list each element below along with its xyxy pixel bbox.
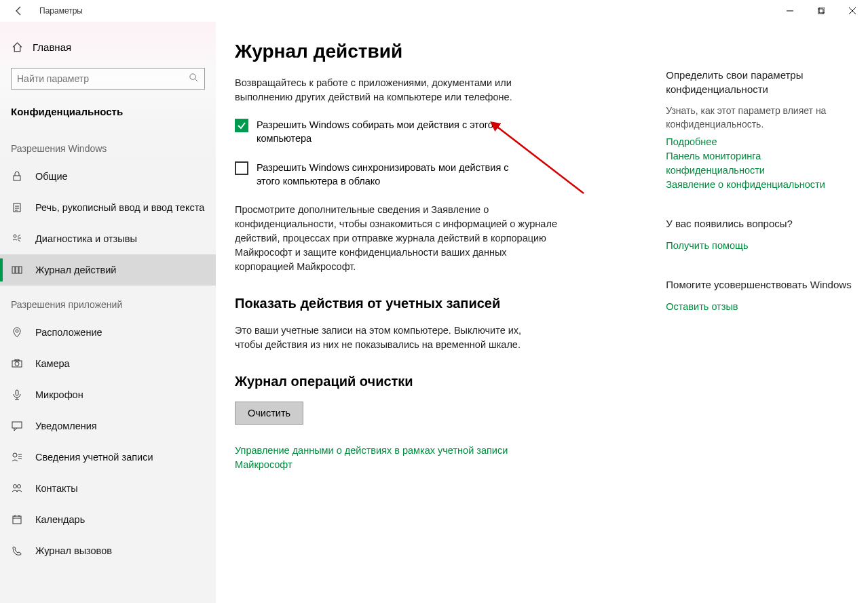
svg-rect-12 (15, 359, 19, 361)
sidebar-item-label: Сведения учетной записи (35, 452, 153, 463)
search-box[interactable] (11, 68, 205, 90)
accounts-body: Это ваши учетные записи на этом компьюте… (235, 324, 547, 352)
link-get-help[interactable]: Получить помощь (666, 239, 854, 253)
svg-rect-13 (16, 390, 18, 395)
sidebar-item-activity-history[interactable]: Журнал действий (0, 254, 216, 286)
sidebar-item-label: Уведомления (35, 421, 97, 431)
location-icon (11, 326, 23, 338)
back-button[interactable] (5, 0, 33, 22)
link-privacy-statement[interactable]: Заявление о конфиденциальности (666, 178, 854, 192)
sidebar-item-location[interactable]: Расположение (0, 317, 216, 348)
svg-rect-8 (19, 267, 22, 273)
svg-point-2 (190, 74, 195, 79)
svg-rect-18 (13, 516, 21, 524)
svg-rect-6 (12, 267, 15, 273)
right-heading: Помогите усовершенствовать Windows (666, 277, 854, 292)
window-controls (774, 0, 868, 22)
page-title: Журнал действий (235, 41, 625, 62)
svg-rect-1 (819, 7, 825, 13)
sidebar-item-account-info[interactable]: Сведения учетной записи (0, 442, 216, 473)
clear-heading: Журнал операций очистки (235, 374, 625, 389)
sidebar-item-microphone[interactable]: Микрофон (0, 379, 216, 410)
link-dashboard[interactable]: Панель мониторинга конфиденциальности (666, 149, 854, 178)
main-content: Журнал действий Возвращайтесь к работе с… (216, 22, 868, 603)
sidebar-item-camera[interactable]: Камера (0, 348, 216, 379)
feedback-icon (11, 233, 23, 245)
svg-rect-7 (16, 267, 18, 273)
right-heading: У вас появились вопросы? (666, 216, 854, 231)
sidebar-item-label: Журнал вызовов (35, 545, 112, 556)
checkbox-label: Разрешить Windows собирать мои действия … (257, 118, 533, 146)
svg-point-9 (16, 330, 18, 332)
svg-rect-0 (818, 9, 823, 14)
sidebar-item-label: Общие (35, 171, 68, 182)
svg-point-11 (15, 362, 19, 366)
titlebar: Параметры (0, 0, 868, 22)
clipboard-icon (11, 201, 23, 214)
right-sub: Узнать, как этот параметр влияет на конф… (666, 104, 854, 131)
minimize-button[interactable] (774, 0, 806, 22)
intro-text: Возвращайтесь к работе с приложениями, д… (235, 76, 547, 104)
home-label: Главная (33, 41, 71, 53)
checkbox-icon[interactable] (235, 161, 248, 175)
account-icon (11, 451, 23, 463)
maximize-button[interactable] (806, 0, 837, 22)
sidebar-item-label: Диагностика и отзывы (35, 233, 137, 244)
svg-rect-3 (14, 176, 20, 180)
sidebar-item-label: Журнал действий (35, 265, 116, 275)
chat-icon (11, 420, 23, 432)
lock-icon (11, 170, 23, 182)
link-feedback[interactable]: Оставить отзыв (666, 300, 854, 314)
right-column: Определить свои параметры конфиденциальн… (666, 41, 854, 603)
checkbox-icon[interactable] (235, 119, 248, 132)
manage-link[interactable]: Управление данными о действиях в рамках … (235, 444, 547, 472)
svg-rect-14 (12, 422, 22, 428)
microphone-icon (11, 389, 23, 401)
close-button[interactable] (837, 0, 868, 22)
search-input[interactable] (17, 73, 189, 84)
history-icon (11, 264, 23, 276)
group-app-permissions: Разрешения приложений (0, 286, 216, 317)
sidebar: Главная Конфиденциальность Разрешения Wi… (0, 22, 216, 603)
svg-point-16 (14, 485, 17, 488)
sidebar-item-speech[interactable]: Речь, рукописный ввод и ввод текста (0, 192, 216, 223)
home-nav[interactable]: Главная (0, 35, 216, 58)
sidebar-item-label: Расположение (35, 327, 102, 338)
sidebar-item-label: Микрофон (35, 389, 83, 400)
checkbox-collect[interactable]: Разрешить Windows собирать мои действия … (235, 118, 533, 146)
sidebar-item-label: Календарь (35, 514, 85, 525)
window-title: Параметры (39, 6, 83, 16)
sidebar-item-label: Контакты (35, 483, 78, 494)
sidebar-item-call-history[interactable]: Журнал вызовов (0, 535, 216, 566)
sidebar-item-notifications[interactable]: Уведомления (0, 410, 216, 442)
svg-point-15 (13, 453, 17, 457)
clear-button[interactable]: Очистить (235, 402, 303, 425)
svg-point-17 (18, 485, 21, 488)
sidebar-item-label: Камера (35, 358, 70, 369)
link-more[interactable]: Подробнее (666, 135, 854, 149)
sidebar-item-label: Речь, рукописный ввод и ввод текста (35, 202, 204, 213)
phone-icon (11, 545, 23, 557)
calendar-icon (11, 513, 23, 526)
svg-point-5 (14, 235, 16, 237)
right-heading: Определить свои параметры конфиденциальн… (666, 68, 854, 96)
contacts-icon (11, 482, 23, 494)
home-icon (11, 41, 23, 53)
checkbox-label: Разрешить Windows синхронизировать мои д… (257, 161, 533, 189)
sidebar-item-calendar[interactable]: Календарь (0, 504, 216, 535)
sidebar-item-contacts[interactable]: Контакты (0, 473, 216, 504)
checkbox-sync[interactable]: Разрешить Windows синхронизировать мои д… (235, 161, 533, 189)
sidebar-item-diagnostics[interactable]: Диагностика и отзывы (0, 223, 216, 254)
group-windows-permissions: Разрешения Windows (0, 130, 216, 161)
accounts-heading: Показать действия от учетных записей (235, 296, 625, 311)
detail-text: Просмотрите дополнительные сведения и За… (235, 203, 567, 274)
sidebar-item-general[interactable]: Общие (0, 161, 216, 192)
search-icon (189, 73, 199, 85)
camera-icon (11, 357, 23, 370)
section-title: Конфиденциальность (0, 96, 216, 130)
